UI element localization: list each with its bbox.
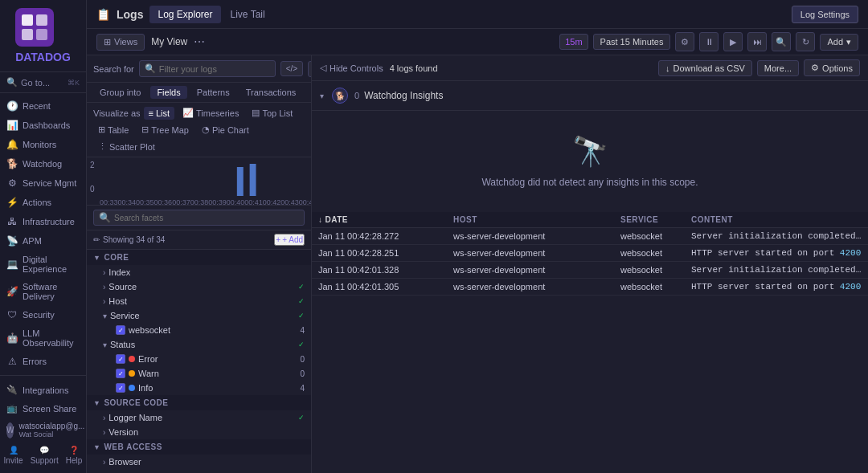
viz-piechart-button[interactable]: ◔ Pie Chart	[197, 123, 254, 137]
log-row[interactable]: Jan 11 00:42:01.305 ws-server-developmen…	[312, 279, 868, 296]
infrastructure-icon: 🖧	[6, 216, 18, 227]
add-facet-button[interactable]: + + Add	[274, 234, 305, 246]
facet-status-warn[interactable]: Warn 0	[87, 366, 311, 381]
insights-toggle-button[interactable]: ▾ 🐕 0 Watchdog Insights	[320, 88, 443, 104]
support-button[interactable]: 💬 Support	[31, 446, 59, 465]
log-row[interactable]: Jan 11 00:42:01.328 ws-server-developmen…	[312, 262, 868, 279]
col-header-date[interactable]: ↓ DATE	[318, 215, 447, 224]
facet-service[interactable]: ▾ Service ✓	[87, 308, 311, 323]
service-mgmt-icon: ⚙	[6, 177, 18, 189]
zoom-button[interactable]: 🔍	[772, 32, 791, 51]
hide-icon: ◁	[320, 63, 326, 73]
warn-checkbox[interactable]	[116, 369, 125, 378]
sidebar-item-errors[interactable]: ⚠ Errors	[0, 352, 86, 371]
logs-count: 4 logs found	[390, 63, 438, 73]
info-checkbox[interactable]	[116, 383, 125, 393]
sidebar-item-dashboards[interactable]: 📊 Dashboards	[0, 116, 86, 135]
facet-logger-name[interactable]: › Logger Name ✓	[87, 410, 311, 425]
go-to-button[interactable]: 🔍 Go to... ⌘K	[6, 77, 80, 88]
pause-button[interactable]: ⏸	[699, 32, 719, 51]
apm-icon: 📡	[6, 235, 18, 247]
refresh-button[interactable]: ↻	[796, 32, 815, 51]
svg-rect-5	[237, 167, 244, 196]
facet-status-error[interactable]: Error 0	[87, 352, 311, 366]
viz-treemap-button[interactable]: ⊟ Tree Map	[137, 123, 194, 137]
settings-icon-button[interactable]: ⚙	[675, 32, 694, 51]
sidebar-item-monitors[interactable]: 🔔 Monitors	[0, 135, 86, 154]
tab-log-explorer[interactable]: Log Explorer	[149, 6, 220, 23]
facets-search-input[interactable]	[114, 214, 299, 222]
app-logo: DATADOG	[0, 0, 86, 72]
invite-button[interactable]: 👤 Invite	[4, 446, 23, 465]
sidebar-search-area: 🔍 Go to... ⌘K	[0, 72, 86, 93]
viz-timeseries-button[interactable]: 📈 Timeseries	[178, 106, 244, 120]
svg-rect-0	[15, 8, 54, 47]
views-button[interactable]: ⊞ Views	[96, 34, 145, 51]
add-button[interactable]: Add ▾	[820, 34, 858, 51]
options-button[interactable]: ⚙ Options	[804, 59, 860, 76]
log-row[interactable]: Jan 11 00:42:28.251 ws-server-developmen…	[312, 245, 868, 262]
help-button[interactable]: ❓ Help	[66, 446, 83, 465]
play-button[interactable]: ▶	[723, 32, 743, 51]
logger-expand-icon: ›	[103, 414, 105, 422]
log-content: Server initialization completed successf…	[691, 265, 862, 275]
tab-fields[interactable]: Fields	[150, 86, 186, 99]
facets-showing-label: ✏ Showing 34 of 34 + + Add	[87, 230, 311, 250]
tab-live-tail[interactable]: Live Tail	[223, 6, 273, 23]
sidebar-item-actions[interactable]: ⚡ Actions	[0, 193, 86, 212]
col-header-host[interactable]: HOST	[453, 215, 614, 224]
source-code-section-header[interactable]: ▼ SOURCE CODE	[87, 395, 311, 410]
facet-status[interactable]: ▾ Status ✓	[87, 337, 311, 352]
footer-icons: 👤 Invite 💬 Support ❓ Help	[0, 442, 86, 468]
col-header-content[interactable]: CONTENT	[691, 215, 862, 224]
integrations-icon: 🔌	[6, 385, 18, 395]
piechart-icon: ◔	[202, 124, 210, 135]
sidebar-item-software-delivery[interactable]: 🚀 Software Delivery	[0, 278, 86, 305]
facet-index[interactable]: › Index	[87, 265, 311, 279]
hide-controls-button[interactable]: ◁ Hide Controls	[320, 63, 383, 73]
viz-list-button[interactable]: ≡ List	[144, 107, 175, 120]
service-verified-icon: ✓	[298, 312, 305, 320]
facet-host[interactable]: › Host ✓	[87, 294, 311, 308]
search-input[interactable]	[159, 64, 270, 74]
viz-top-list-button[interactable]: ▤ Top List	[247, 106, 297, 120]
facet-version[interactable]: › Version	[87, 425, 311, 439]
facet-source[interactable]: › Source ✓	[87, 279, 311, 294]
sidebar-item-digital-experience[interactable]: 💻 Digital Experience	[0, 251, 86, 278]
log-settings-button[interactable]: Log Settings	[792, 6, 858, 23]
more-actions-button[interactable]: More...	[757, 60, 799, 76]
sidebar-item-apm[interactable]: 📡 APM	[0, 231, 86, 251]
websocket-checkbox[interactable]	[116, 325, 125, 335]
viz-scatter-button[interactable]: ⋮ Scatter Plot	[93, 140, 160, 153]
col-header-service[interactable]: SERVICE	[620, 215, 685, 224]
screen-share-item[interactable]: 📺 Screen Share	[0, 399, 86, 418]
sidebar-item-service-mgmt[interactable]: ⚙ Service Mgmt	[0, 173, 86, 193]
user-profile[interactable]: W watsocialapp@g... Wat Social NEW	[0, 418, 86, 442]
more-options-button[interactable]: ⋯	[194, 35, 205, 48]
sidebar-item-infrastructure[interactable]: 🖧 Infrastructure	[0, 212, 86, 231]
sidebar: DATADOG 🔍 Go to... ⌘K 🕐 Recent 📊 Dashboa…	[0, 0, 87, 473]
skip-button[interactable]: ⏭	[747, 32, 767, 51]
integrations-item[interactable]: 🔌 Integrations	[0, 381, 86, 399]
core-section-header[interactable]: ▼ CORE	[87, 250, 311, 265]
sidebar-item-llm-observability[interactable]: 🤖 LLM Observability	[0, 324, 86, 352]
sidebar-item-watchdog[interactable]: 🐕 Watchdog	[0, 154, 86, 173]
facet-status-info[interactable]: Info 4	[87, 381, 311, 395]
download-csv-button[interactable]: ↓ Download as CSV	[658, 60, 752, 76]
sidebar-bottom: 🔌 Integrations 📺 Screen Share W watsocia…	[0, 375, 86, 473]
web-access-collapse-icon: ▼	[93, 443, 100, 451]
tab-patterns[interactable]: Patterns	[190, 86, 236, 99]
viz-table-button[interactable]: ⊞ Table	[93, 123, 133, 137]
web-access-section-header[interactable]: ▼ WEB ACCESS	[87, 439, 311, 455]
facet-browser[interactable]: › Browser	[87, 455, 311, 469]
security-icon: 🛡	[6, 309, 18, 320]
tab-transactions[interactable]: Transactions	[240, 86, 303, 99]
facet-service-websocket[interactable]: websocket 4	[87, 323, 311, 337]
sidebar-item-security[interactable]: 🛡 Security	[0, 305, 86, 324]
search-code-button[interactable]: </>	[280, 61, 303, 76]
log-row[interactable]: Jan 11 00:42:28.272 ws-server-developmen…	[312, 228, 868, 245]
error-checkbox[interactable]	[116, 354, 125, 364]
edit-icon: ✏	[93, 235, 100, 244]
sidebar-item-recent[interactable]: 🕐 Recent	[0, 96, 86, 116]
time-range-selector[interactable]: Past 15 Minutes	[593, 34, 671, 50]
